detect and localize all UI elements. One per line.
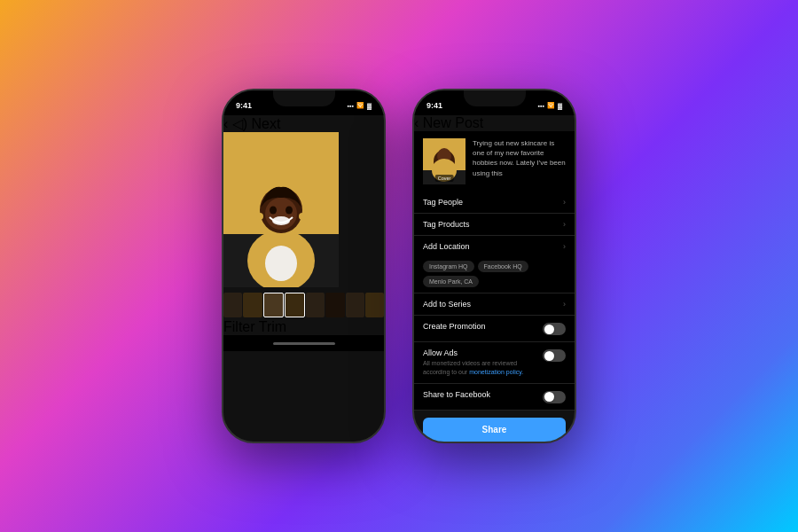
create-promotion-label: Create Promotion bbox=[423, 322, 486, 331]
location-tags-container: Instagram HQ Facebook HQ Menlo Park, CA bbox=[414, 257, 575, 293]
add-location-label: Add Location bbox=[423, 242, 470, 251]
phone-video-editor: 9:41 ▪▪▪ 🛜 ▓ ‹ ◁) Next bbox=[222, 89, 386, 443]
home-indicator bbox=[223, 335, 384, 351]
signal-icon: ▪▪▪ bbox=[347, 103, 353, 109]
new-post-screen: ‹ New Post Cover Trying out new skincare… bbox=[414, 115, 575, 443]
location-tag-menlo[interactable]: Menlo Park, CA bbox=[423, 276, 479, 287]
share-facebook-label: Share to Facebook bbox=[423, 390, 490, 399]
new-post-content: Cover Trying out new skincare is one of … bbox=[414, 131, 575, 443]
notch bbox=[273, 90, 335, 106]
svg-point-8 bbox=[299, 213, 306, 220]
add-to-series-item[interactable]: Add to Series › bbox=[414, 293, 575, 316]
share-button[interactable]: Share bbox=[423, 418, 566, 442]
status-icons: ▪▪▪ 🛜 ▓ bbox=[347, 102, 372, 109]
new-post-back-icon[interactable]: ‹ bbox=[414, 115, 419, 130]
notch-right bbox=[464, 90, 526, 106]
timeline-frame-8 bbox=[365, 293, 384, 317]
svg-point-10 bbox=[286, 207, 293, 215]
phone-new-post: 9:41 ▪▪▪ 🛜 ▓ ‹ New Post bbox=[412, 89, 576, 443]
person-svg bbox=[223, 132, 339, 287]
allow-ads-row: Allow Ads All monetized videos are revie… bbox=[414, 342, 575, 384]
add-to-series-label: Add to Series bbox=[423, 300, 471, 309]
create-promotion-info: Create Promotion bbox=[423, 322, 486, 331]
timeline-frame-4[interactable] bbox=[285, 293, 305, 317]
tag-people-chevron: › bbox=[563, 198, 566, 207]
next-button[interactable]: Next bbox=[252, 116, 281, 131]
svg-point-9 bbox=[270, 207, 277, 215]
new-post-toolbar: ‹ New Post bbox=[414, 115, 575, 131]
svg-point-6 bbox=[272, 216, 290, 225]
location-tag-facebook[interactable]: Facebook HQ bbox=[478, 261, 528, 272]
timeline-frame-6 bbox=[325, 293, 344, 317]
create-promotion-row: Create Promotion bbox=[414, 316, 575, 342]
share-facebook-row: Share to Facebook bbox=[414, 384, 575, 411]
status-time: 9:41 bbox=[236, 101, 252, 110]
trim-tab[interactable]: Trim bbox=[259, 319, 286, 334]
post-header: Cover Trying out new skincare is one of … bbox=[414, 131, 575, 192]
new-post-title: New Post bbox=[423, 115, 483, 130]
share-facebook-toggle[interactable] bbox=[543, 391, 566, 403]
svg-point-3 bbox=[265, 246, 297, 281]
home-indicator-bar bbox=[273, 342, 335, 345]
add-to-series-chevron: › bbox=[563, 300, 566, 309]
timeline-strip bbox=[223, 291, 384, 319]
wifi-icon-right: 🛜 bbox=[547, 102, 555, 109]
tag-products-chevron: › bbox=[563, 220, 566, 229]
share-facebook-info: Share to Facebook bbox=[423, 390, 490, 399]
post-cover-image[interactable]: Cover bbox=[423, 138, 466, 184]
status-icons-right: ▪▪▪ 🛜 ▓ bbox=[537, 102, 562, 109]
tag-people-item[interactable]: Tag People › bbox=[414, 192, 575, 214]
tag-products-item[interactable]: Tag Products › bbox=[414, 214, 575, 236]
timeline-frame-7 bbox=[346, 293, 364, 317]
add-location-item[interactable]: Add Location › bbox=[414, 236, 575, 257]
video-thumbnail bbox=[223, 132, 384, 291]
timeline-frame-2 bbox=[243, 293, 262, 317]
svg-point-7 bbox=[256, 213, 263, 220]
location-tag-instagram[interactable]: Instagram HQ bbox=[423, 261, 474, 272]
timeline-frame-3[interactable] bbox=[263, 293, 284, 317]
tag-products-label: Tag Products bbox=[423, 220, 470, 229]
video-timeline[interactable] bbox=[223, 291, 384, 319]
status-time-right: 9:41 bbox=[426, 101, 442, 110]
filter-tab[interactable]: Filter bbox=[223, 319, 255, 334]
signal-icon-right: ▪▪▪ bbox=[537, 103, 544, 109]
allow-ads-toggle[interactable] bbox=[543, 349, 566, 362]
back-icon[interactable]: ‹ bbox=[223, 116, 228, 131]
monetization-policy-link[interactable]: monetization policy. bbox=[469, 369, 523, 375]
allow-ads-info: Allow Ads All monetized videos are revie… bbox=[423, 348, 529, 377]
timeline-frame-5 bbox=[306, 293, 325, 317]
allow-ads-sub: All monetized videos are reviewed accord… bbox=[423, 359, 529, 377]
battery-icon: ▓ bbox=[367, 103, 372, 109]
cover-label: Cover bbox=[435, 175, 454, 182]
video-preview-area bbox=[223, 132, 384, 291]
add-location-chevron: › bbox=[563, 242, 566, 251]
battery-icon-right: ▓ bbox=[558, 103, 562, 109]
tag-people-label: Tag People bbox=[423, 198, 463, 207]
create-promotion-toggle[interactable] bbox=[543, 323, 566, 335]
sound-icon[interactable]: ◁) bbox=[232, 116, 247, 131]
editor-bottom-tabs: Filter Trim bbox=[223, 319, 384, 335]
editor-toolbar: ‹ ◁) Next bbox=[223, 115, 384, 132]
post-caption-text[interactable]: Trying out new skincare is one of my new… bbox=[473, 138, 566, 184]
video-editor-screen: ‹ ◁) Next bbox=[223, 115, 384, 335]
timeline-frame-1 bbox=[223, 293, 242, 317]
wifi-icon: 🛜 bbox=[356, 102, 364, 109]
allow-ads-label: Allow Ads bbox=[423, 348, 529, 357]
